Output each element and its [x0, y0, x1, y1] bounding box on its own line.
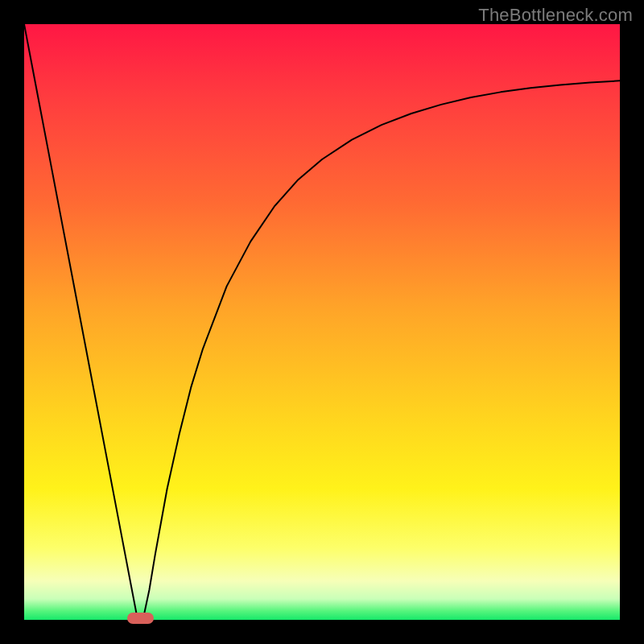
- chart-plot: [24, 24, 620, 620]
- chart-background: [24, 24, 620, 620]
- optimal-region-marker: [127, 613, 154, 624]
- chart-frame: TheBottleneck.com: [0, 0, 644, 644]
- watermark: TheBottleneck.com: [478, 5, 633, 26]
